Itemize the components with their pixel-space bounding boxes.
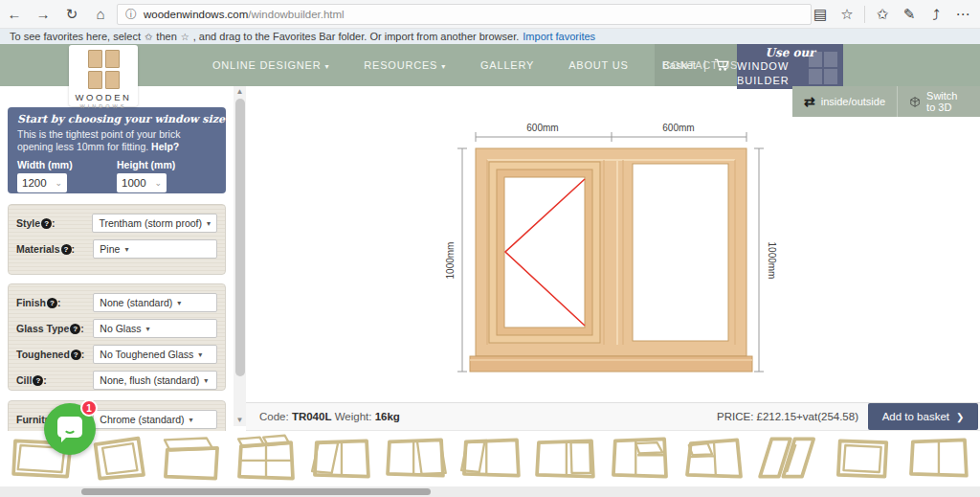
toolbar-divider <box>864 6 865 23</box>
add-to-basket-button[interactable]: Add to basket ❯ <box>868 403 978 430</box>
chevron-down-icon: ▾ <box>146 325 150 333</box>
materials-label: Materials?: <box>16 243 93 255</box>
chat-bubble-icon <box>57 417 82 438</box>
help-link[interactable]: Help? <box>151 141 179 152</box>
help-icon[interactable]: ? <box>71 350 81 360</box>
window-builder-button[interactable]: Use our WINDOW BUILDER <box>737 44 843 89</box>
live-chat-button[interactable]: 1 <box>44 403 96 455</box>
url-path: /windowbuilder.html <box>248 9 344 20</box>
dim-top-left: 600mm <box>526 123 558 133</box>
site-info-icon[interactable]: ⓘ <box>125 7 137 23</box>
cill-select[interactable]: None, flush (standard)▾ <box>93 371 217 390</box>
browser-toolbar: ← → ↻ ⌂ ⓘ woodenwindows.com /windowbuild… <box>0 0 980 29</box>
glazing-panel: Finish?: None (standard)▾ Glass Type?: N… <box>8 283 226 391</box>
thumbnail-top-hung-open[interactable] <box>155 432 228 486</box>
share-icon[interactable]: ⤴ <box>923 7 949 23</box>
thumbnail-twin-tilted[interactable] <box>752 432 825 486</box>
thumbnail-vent-over-fixed[interactable] <box>678 432 750 486</box>
help-icon[interactable]: ? <box>61 244 72 255</box>
3d-cube-icon <box>909 94 921 110</box>
window-size-panel: Start by choosing your window size (in m… <box>8 107 226 193</box>
scroll-up-icon[interactable]: ▲ <box>234 86 246 98</box>
reading-view-icon[interactable]: ▤ <box>807 6 834 23</box>
chevron-down-icon: ▾ <box>189 416 192 424</box>
favorite-star-icon: ☆ <box>181 32 189 42</box>
toughened-select[interactable]: No Toughened Glass▾ <box>93 345 217 364</box>
thumbnail-fixed-square[interactable] <box>827 432 900 486</box>
nav-resources[interactable]: RESOURCES▾ <box>364 59 446 71</box>
gallery-scrollbar[interactable] <box>0 486 980 497</box>
glass-type-select[interactable]: No Glass▾ <box>93 319 217 338</box>
chevron-down-icon: ▾ <box>177 299 181 307</box>
nav-online-designer[interactable]: ONLINE DESIGNER▾ <box>212 59 329 71</box>
chevron-down-icon: ▾ <box>124 245 128 254</box>
width-select[interactable]: 1200 ⌄ <box>17 173 67 192</box>
style-select[interactable]: Trentham (storm proof)▾ <box>92 214 217 233</box>
switch-to-3d-button[interactable]: Switch to 3D <box>897 86 980 117</box>
width-label: Width (mm) <box>17 159 117 170</box>
price: PRICE: £212.15+vat(254.58) <box>717 411 858 422</box>
web-notes-icon[interactable]: ✎ <box>896 6 923 23</box>
finish-select[interactable]: None (standard)▾ <box>93 293 217 312</box>
thumbnail-four-pane-vents[interactable] <box>230 432 302 486</box>
nav-about-us[interactable]: ABOUT US <box>568 59 628 71</box>
address-bar[interactable]: ⓘ woodenwindows.com /windowbuilder.html <box>117 4 812 25</box>
thumbnail-double-right-open[interactable] <box>379 432 452 486</box>
thumbnail-double-fixed[interactable] <box>528 432 601 486</box>
scroll-down-icon[interactable]: ▼ <box>234 415 246 426</box>
dim-right: 1000mm <box>767 242 777 280</box>
style-panel: Style?: Trentham (storm proof)▾ Material… <box>8 204 226 275</box>
window-preview[interactable]: 600mm 600mm 1000mm 1000mm <box>435 121 780 389</box>
site-navigation: ONLINE DESIGNER▾ RESOURCES▾ GALLERY ABOU… <box>0 44 980 86</box>
size-panel-description: This is the tightest point of your brick… <box>17 128 216 153</box>
dim-top-right: 600mm <box>662 123 694 133</box>
chevron-down-icon: ▾ <box>441 62 446 71</box>
basket-cart-icon <box>714 58 729 72</box>
chevron-down-icon: ▾ <box>324 62 329 71</box>
import-favorites-link[interactable]: Import favorites <box>523 31 595 42</box>
help-icon[interactable]: ? <box>33 375 43 386</box>
hub-star-icon: ✩ <box>145 32 152 42</box>
favorites-message: To see favorites here, select <box>10 31 141 42</box>
help-icon[interactable]: ? <box>70 324 80 334</box>
help-icon[interactable]: ? <box>47 298 57 308</box>
window-panes-ghost-icon <box>809 52 837 84</box>
refresh-icon[interactable]: ↻ <box>57 6 86 23</box>
chat-notification-badge: 1 <box>80 399 98 417</box>
scrollbar-thumb[interactable] <box>235 99 245 376</box>
glass-type-label: Glass Type?: <box>16 323 93 334</box>
thumbnail-double-narrow-open[interactable] <box>454 432 526 486</box>
height-label: Height (mm) <box>117 159 216 170</box>
thumbnail-double-plain[interactable] <box>902 432 974 486</box>
window-panes-icon <box>69 50 138 89</box>
wooden-windows-logo[interactable]: WOODEN WINDOWS <box>69 45 138 106</box>
sidebar-scrollbar[interactable]: ▲ ▼ <box>234 86 246 426</box>
thumbnail-double-left-open[interactable] <box>304 432 377 486</box>
favorites-notification-bar: To see favorites here, select ✩ then ☆ ,… <box>0 29 980 44</box>
back-icon[interactable]: ← <box>0 6 29 22</box>
chevron-down-icon: ⌄ <box>154 178 162 188</box>
product-code: Code: TR040L Weight: 16kg <box>259 411 400 422</box>
scrollbar-thumb[interactable] <box>81 488 431 495</box>
nav-gallery[interactable]: GALLERY <box>480 59 534 71</box>
thumbnail-top-pane-open[interactable] <box>603 432 676 486</box>
basket-button[interactable]: Basket | <box>655 44 737 86</box>
finish-label: Finish?: <box>16 297 93 308</box>
add-favorite-icon[interactable]: ☆ <box>834 6 860 23</box>
help-icon[interactable]: ? <box>41 218 52 229</box>
status-bar: Code: TR040L Weight: 16kg PRICE: £212.15… <box>246 402 980 431</box>
style-label: Style?: <box>16 217 92 229</box>
home-icon[interactable]: ⌂ <box>86 6 115 22</box>
dim-left: 1000mm <box>445 242 456 280</box>
favorites-hub-icon[interactable]: ✩ <box>869 6 896 23</box>
materials-select[interactable]: Pine▾ <box>93 239 217 259</box>
swap-arrows-icon: ⇄ <box>804 94 815 109</box>
size-panel-heading: Start by choosing your window size (in m… <box>17 113 216 125</box>
chevron-down-icon: ⌄ <box>55 178 62 188</box>
chevron-down-icon: ▾ <box>198 350 202 359</box>
inside-outside-button[interactable]: ⇄ inside/outside <box>792 86 897 117</box>
furniture-select[interactable]: Chrome (standard)▾ <box>93 410 217 429</box>
forward-icon[interactable]: → <box>29 6 57 22</box>
height-select[interactable]: 1000 ⌄ <box>117 173 167 192</box>
more-menu-icon[interactable]: ⋯ <box>949 6 976 23</box>
